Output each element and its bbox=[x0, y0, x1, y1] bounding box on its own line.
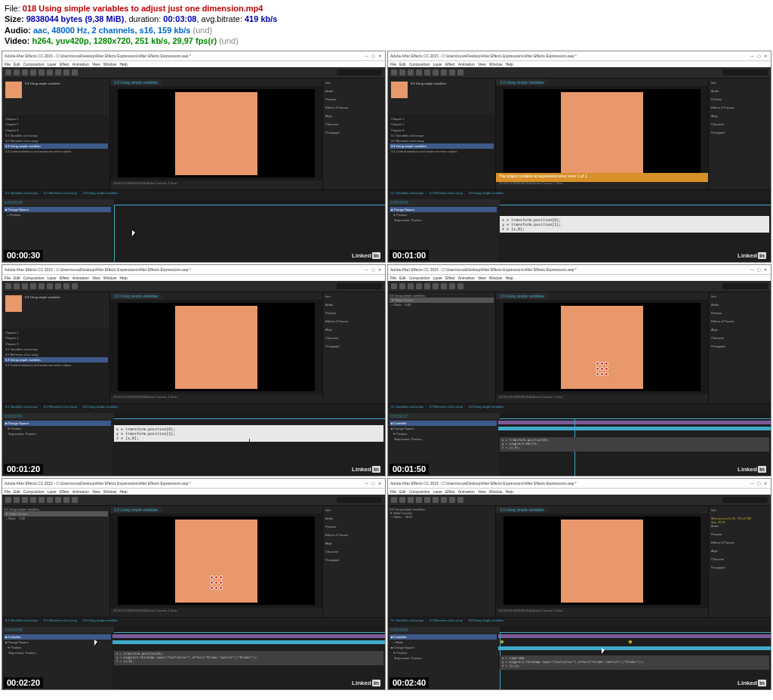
effect-controls-panel: 3.3 Using simple variables ▼ Slider Cont… bbox=[388, 292, 495, 308]
cursor-icon bbox=[94, 640, 97, 646]
audio-value: aac, 48000 Hz, 2 channels, s16, 159 kb/s bbox=[33, 26, 191, 35]
folder-item[interactable]: Chapter 1 bbox=[4, 116, 108, 122]
property-row[interactable]: ○ Position bbox=[4, 212, 111, 217]
search-help-input[interactable] bbox=[337, 69, 382, 76]
minimize-icon[interactable]: — bbox=[365, 54, 369, 58]
file-label: File: bbox=[5, 4, 23, 13]
thumbnail-1: Adobe After Effects CC 2015 - C:\Users\s… bbox=[2, 51, 386, 263]
slider-control-effect[interactable]: ▼ Slider Control bbox=[390, 298, 494, 303]
comp-thumbnail-icon bbox=[5, 82, 22, 98]
comp-item-selected[interactable]: 3.3 Using simple variables bbox=[4, 143, 108, 149]
text-tool-icon[interactable] bbox=[72, 69, 78, 76]
size-value: 9838044 bytes (9,38 MiB) bbox=[26, 14, 125, 23]
selection-tool-icon[interactable] bbox=[5, 69, 11, 76]
filename: 018 Using simple variables to adjust jus… bbox=[23, 4, 263, 13]
window-titlebar: Adobe After Effects CC 2015 - C:\Users\s… bbox=[2, 51, 385, 61]
thumbnail-4: Adobe After Effects CC 2015 - C:\Users\s… bbox=[387, 264, 771, 476]
layer-handles-icon[interactable] bbox=[596, 362, 608, 376]
layer-row[interactable]: ■ Orange Square bbox=[4, 207, 111, 212]
thumbnail-5: Adobe After Effects CC 2015 - C:\Users\s… bbox=[2, 478, 386, 690]
comp-item[interactable]: 3.1 Variables and arrays bbox=[4, 133, 108, 138]
toolbar[interactable] bbox=[2, 67, 385, 79]
audio-label: Audio: bbox=[5, 26, 33, 35]
folder-item[interactable]: Chapter 3 bbox=[4, 128, 108, 133]
pen-tool-icon[interactable] bbox=[63, 69, 69, 76]
camera-tool-icon[interactable] bbox=[38, 69, 45, 76]
menubar[interactable]: FileEditCompositionLayerEffectAnimationV… bbox=[2, 61, 385, 67]
thumbnail-grid: Adobe After Effects CC 2015 - C:\Users\s… bbox=[0, 49, 773, 692]
folder-item[interactable]: Chapter 2 bbox=[4, 122, 108, 127]
expression-editor[interactable]: x = transform.position[0]; y = transform… bbox=[500, 216, 769, 233]
expression-error-bar[interactable]: The project contains an expression error… bbox=[496, 173, 708, 182]
thumbnail-3: Adobe After Effects CC 2015 - C:\Users\s… bbox=[2, 264, 386, 476]
maximize-icon[interactable]: ▢ bbox=[371, 54, 376, 58]
comp-item[interactable]: 3.4 Control minimum and maximum return v… bbox=[4, 149, 108, 154]
playhead[interactable] bbox=[114, 205, 115, 262]
text-cursor-icon: I bbox=[248, 437, 250, 444]
viewer-footer[interactable]: (50.9%) 0;00;00;00 (Full) Active Camera … bbox=[110, 180, 322, 190]
current-time[interactable]: 0;00;00;00 bbox=[2, 199, 114, 205]
shape-tool-icon[interactable] bbox=[55, 69, 61, 76]
size-label: Size: bbox=[5, 14, 26, 23]
thumbnail-2: Adobe After Effects CC 2015 - C:\Users\s… bbox=[387, 51, 771, 263]
timeline-panel[interactable]: 3.1 Variables and arrays3.2 Elements of … bbox=[2, 190, 385, 262]
file-info-header: File: 018 Using simple variables to adju… bbox=[0, 0, 773, 49]
timestamp-overlay: 00:00:30 bbox=[4, 250, 43, 261]
thumbnail-6: Adobe After Effects CC 2015 - C:\Users\s… bbox=[387, 478, 771, 690]
comp-item[interactable]: 3.2 Elements of an array bbox=[4, 138, 108, 143]
bitrate-value: 419 kb/s bbox=[245, 14, 277, 23]
duration-value: 00:03:08 bbox=[163, 14, 196, 23]
keyframe-icon[interactable] bbox=[628, 640, 633, 644]
video-label: Video: bbox=[5, 36, 32, 45]
expression-readonly[interactable]: x = transform.position[0]; y = wiggle(3,… bbox=[500, 437, 769, 451]
linkedin-watermark: Linkedin bbox=[352, 252, 380, 259]
controller-layer[interactable]: ■ Controller bbox=[390, 421, 497, 426]
composition-viewer[interactable] bbox=[118, 89, 315, 177]
project-panel[interactable]: 3.3 Using simple variables Chapter 1 Cha… bbox=[2, 79, 110, 190]
orange-square-layer[interactable] bbox=[175, 92, 258, 175]
comp-tab[interactable]: 3.3 Using simple variables bbox=[110, 79, 162, 85]
cursor-icon bbox=[602, 648, 605, 654]
close-icon[interactable]: ✕ bbox=[378, 54, 383, 58]
pan-behind-tool-icon[interactable] bbox=[47, 69, 53, 76]
video-value: h264, yuv420p, 1280x720, 251 kb/s, 29,97… bbox=[32, 36, 217, 45]
hand-tool-icon[interactable] bbox=[14, 69, 20, 76]
composition-panel[interactable]: 3.3 Using simple variables (50.9%) 0;00;… bbox=[110, 79, 322, 190]
zoom-tool-icon[interactable] bbox=[22, 69, 28, 76]
keyframe-icon[interactable] bbox=[500, 640, 504, 644]
info-text: Moving from 0+95. 702 of 960 Δpx: 20.97 bbox=[711, 517, 768, 524]
right-panels[interactable]: Info Audio Preview Effects & Presets Ali… bbox=[322, 79, 385, 190]
rotate-tool-icon[interactable] bbox=[30, 69, 36, 76]
layer-bar[interactable] bbox=[498, 427, 771, 430]
time-ruler[interactable] bbox=[114, 199, 385, 205]
cursor-icon bbox=[132, 230, 135, 236]
layer-bar[interactable] bbox=[498, 421, 771, 424]
